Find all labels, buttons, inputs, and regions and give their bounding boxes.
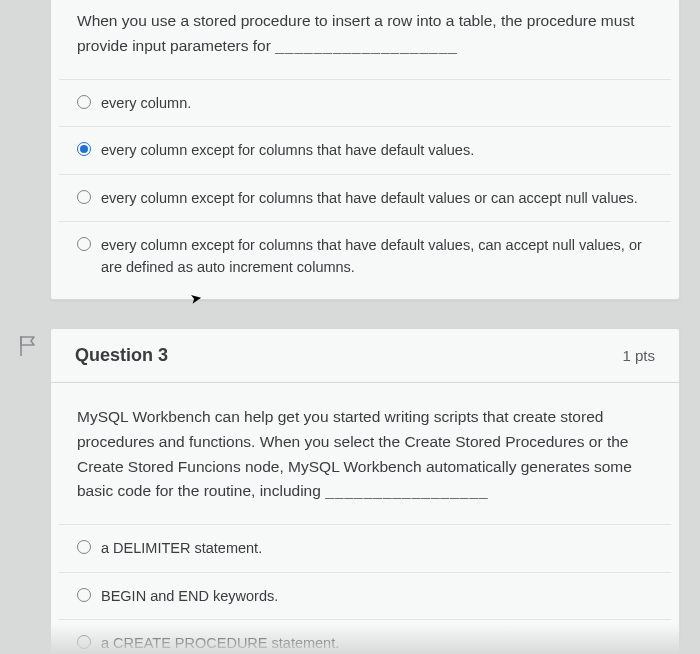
cursor-icon: ➤ — [189, 289, 204, 307]
option-label: every column except for columns that hav… — [101, 234, 653, 279]
blank: _________________ — [325, 482, 489, 499]
radio-icon — [77, 588, 91, 602]
option-label: BEGIN and END keywords. — [101, 585, 278, 607]
option-q3-1[interactable]: BEGIN and END keywords. — [59, 572, 671, 619]
question-3-stem: MySQL Workbench can help get you started… — [51, 383, 679, 524]
question-2-stem: When you use a stored procedure to inser… — [51, 0, 679, 79]
question-title: Question 3 — [75, 345, 168, 366]
question-3-card: Question 3 1 pts MySQL Workbench can hel… — [50, 328, 680, 654]
option-label: every column except for columns that hav… — [101, 187, 638, 209]
option-label: every column except for columns that hav… — [101, 139, 474, 161]
option-label: a CREATE PROCEDURE statement. — [101, 632, 339, 654]
option-q2-1[interactable]: every column except for columns that hav… — [59, 126, 671, 173]
option-q2-2[interactable]: every column except for columns that hav… — [59, 174, 671, 221]
radio-icon — [77, 142, 91, 156]
question-2-options: every column. every column except for co… — [51, 79, 679, 299]
radio-icon — [77, 540, 91, 554]
radio-icon — [77, 190, 91, 204]
question-points: 1 pts — [622, 347, 655, 364]
option-q3-2[interactable]: a CREATE PROCEDURE statement. — [59, 619, 671, 654]
option-q3-0[interactable]: a DELIMITER statement. — [59, 524, 671, 571]
question-3-options: a DELIMITER statement. BEGIN and END key… — [51, 524, 679, 654]
flag-icon[interactable] — [18, 335, 38, 357]
radio-icon — [77, 237, 91, 251]
option-q2-0[interactable]: every column. — [59, 79, 671, 126]
option-q2-3[interactable]: every column except for columns that hav… — [59, 221, 671, 291]
question-2-card: When you use a stored procedure to inser… — [50, 0, 680, 300]
radio-icon — [77, 95, 91, 109]
option-label: a DELIMITER statement. — [101, 537, 262, 559]
option-label: every column. — [101, 92, 191, 114]
blank: ___________________ — [275, 37, 458, 54]
question-3-header: Question 3 1 pts — [51, 329, 679, 383]
radio-icon — [77, 635, 91, 649]
